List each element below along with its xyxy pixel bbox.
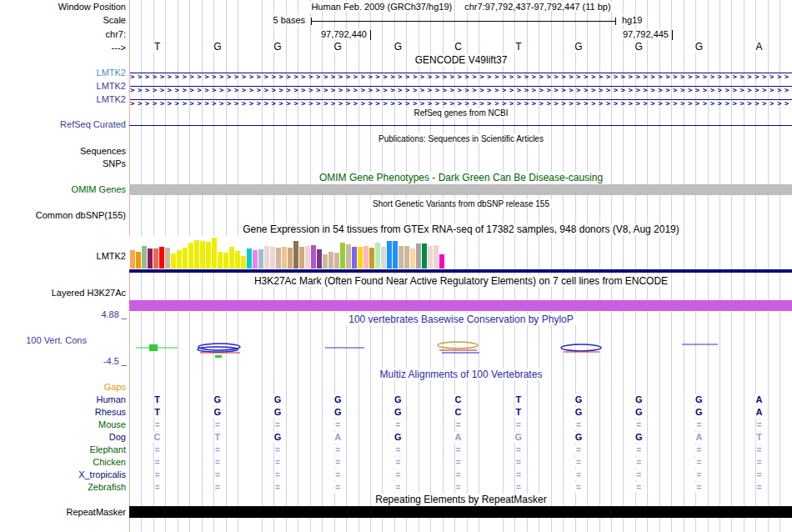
align-chicken-col-9: = [635,457,642,468]
gtex-tissue-bar-36[interactable] [334,253,339,269]
sequence-base-1: T [153,42,161,53]
gtex-tissue-bar-39[interactable] [352,247,357,269]
gtex-tissue-bar-28[interactable] [288,248,293,269]
species-label-x_tropicalis[interactable]: X_tropicalis [78,469,126,480]
refseq-curated-gene-line[interactable] [129,125,792,126]
gtex-tissue-bar-9[interactable] [177,250,182,269]
species-label-zebrafish[interactable]: Zebrafish [88,482,126,493]
gtex-tissue-bar-10[interactable] [183,248,188,269]
species-label-dog[interactable]: Dog [109,432,126,443]
omim-gene-bar[interactable] [129,184,792,195]
gtex-tissue-bar-35[interactable] [328,252,333,269]
gtex-tissue-bar-8[interactable] [171,253,176,269]
align-x_tropicalis-col-1: = [154,469,161,480]
align-x_tropicalis-col-6: = [455,469,462,480]
gtex-tissue-bar-21[interactable] [247,248,252,269]
align-zebrafish-col-4: = [334,482,341,493]
species-label-mouse[interactable]: Mouse [98,419,126,430]
gtex-tissue-bar-42[interactable] [369,248,374,269]
gtex-bar-chart[interactable] [130,236,445,269]
gtex-tissue-bar-6[interactable] [159,247,164,269]
gtex-tissue-bar-4[interactable] [148,248,153,269]
align-chicken-col-10: = [695,457,702,468]
species-label-rhesus[interactable]: Rhesus [95,407,126,418]
gtex-tissue-bar-24[interactable] [264,246,269,269]
gtex-tissue-bar-17[interactable] [223,253,228,269]
align-zebrafish-col-7: = [515,482,522,493]
gtex-tissue-bar-34[interactable] [323,254,328,269]
gtex-tissue-bar-43[interactable] [375,243,380,269]
gtex-tissue-bar-49[interactable] [410,248,415,269]
omim-genes-label[interactable]: OMIM Genes [72,184,126,195]
align-rhesus-col-5: G [393,407,403,418]
gtex-tissue-bar-11[interactable] [188,243,193,269]
publications-snps-label[interactable]: SNPs [103,158,126,169]
gencode-transcript-label-2[interactable]: LMTK2 [97,81,126,92]
phylop-track-title: 100 vertebrates Basewise Conservation by… [130,314,792,325]
gtex-tissue-bar-18[interactable] [229,247,234,269]
gtex-gene-label[interactable]: LMTK2 [97,251,126,262]
gtex-tissue-bar-29[interactable] [293,241,298,269]
gtex-tissue-bar-7[interactable] [165,248,170,269]
gtex-tissue-bar-46[interactable] [393,241,398,269]
gencode-transcript-label-3[interactable]: LMTK2 [97,94,126,105]
align-chicken-col-11: = [756,457,763,468]
gtex-tissue-bar-52[interactable] [428,246,433,269]
gtex-tissue-bar-25[interactable] [270,247,275,269]
gtex-tissue-bar-27[interactable] [282,247,287,269]
gtex-tissue-bar-33[interactable] [317,249,322,269]
gtex-tissue-bar-51[interactable] [422,243,427,269]
gtex-tissue-bar-54[interactable] [439,254,444,269]
h3k27ac-signal-bar[interactable] [129,300,792,311]
phylop-max-value: 4.88 _ [101,309,127,320]
gtex-tissue-bar-48[interactable] [404,246,409,269]
species-label-human[interactable]: Human [97,394,126,405]
gtex-tissue-bar-23[interactable] [258,249,263,269]
publications-sequences-label[interactable]: Sequences [80,146,126,157]
gencode-transcript-3[interactable]: >>>>>>>>>>>>>>>>>>>>>>>>>>>>>>>>>>>>>>>>… [130,94,792,105]
gtex-tissue-bar-26[interactable] [276,248,281,269]
gtex-tissue-bar-53[interactable] [434,245,439,269]
gtex-tissue-bar-13[interactable] [200,241,205,269]
gtex-tissue-bar-2[interactable] [136,252,141,269]
gencode-transcript-1[interactable]: >>>>>>>>>>>>>>>>>>>>>>>>>>>>>>>>>>>>>>>>… [130,68,792,78]
repeatmasker-element-bar[interactable] [129,506,792,518]
refseq-track-title: RefSeq genes from NCBI [130,108,792,118]
repeatmasker-label[interactable]: RepeatMasker [66,507,126,518]
gtex-tissue-bar-12[interactable] [194,240,199,269]
gtex-tissue-bar-3[interactable] [142,246,147,269]
gtex-tissue-bar-30[interactable] [299,247,304,269]
phylop-track-label[interactable]: 100 Vert. Cons [26,335,87,346]
gtex-tissue-bar-41[interactable] [363,246,368,269]
gencode-transcript-2[interactable]: >>>>>>>>>>>>>>>>>>>>>>>>>>>>>>>>>>>>>>>>… [130,81,792,92]
align-chicken-col-3: = [274,457,281,468]
gtex-tissue-bar-14[interactable] [206,242,211,269]
gtex-tissue-bar-31[interactable] [305,246,310,269]
gtex-tissue-bar-16[interactable] [218,252,223,269]
gtex-tissue-bar-37[interactable] [340,243,345,269]
gencode-transcript-label-1[interactable]: LMTK2 [97,68,126,78]
gtex-tissue-bar-47[interactable] [399,246,404,269]
gtex-gene-model-bar[interactable] [129,269,792,273]
species-label-elephant[interactable]: Elephant [90,444,126,455]
gtex-tissue-bar-1[interactable] [130,250,135,269]
gtex-tissue-bar-44[interactable] [381,247,386,269]
gtex-tissue-bar-50[interactable] [416,243,421,269]
common-dbsnp-label[interactable]: Common dbSNP(155) [36,210,126,221]
sequence-base-10: G [694,42,704,53]
gtex-tissue-bar-19[interactable] [235,251,240,269]
gtex-tissue-bar-32[interactable] [311,245,316,269]
layered-h3k27ac-label[interactable]: Layered H3K27Ac [52,288,126,299]
gtex-tissue-bar-40[interactable] [358,247,363,269]
refseq-curated-label[interactable]: RefSeq Curated [60,119,126,130]
assembly-position-line: Human Feb. 2009 (GRCh37/hg19) chr7:97,79… [130,2,792,13]
align-human-col-11: A [755,394,764,405]
gtex-tissue-bar-20[interactable] [241,256,246,269]
gtex-tissue-bar-22[interactable] [253,250,258,269]
species-label-gaps[interactable]: Gaps [104,382,126,393]
gtex-tissue-bar-45[interactable] [387,241,392,269]
species-label-chicken[interactable]: Chicken [93,457,126,468]
gtex-tissue-bar-38[interactable] [346,244,351,269]
gtex-tissue-bar-15[interactable] [212,238,217,269]
gtex-tissue-bar-5[interactable] [153,248,158,269]
